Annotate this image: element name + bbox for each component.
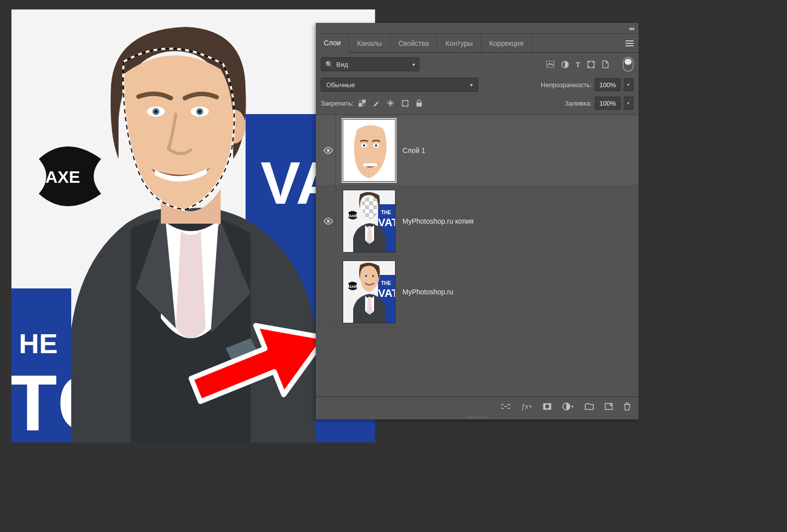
link-icon[interactable] [501, 404, 510, 409]
trash-icon[interactable] [624, 402, 631, 410]
opacity-value[interactable]: 100% [595, 78, 621, 91]
layer-row[interactable]: THEVATAXE MyPhotoshop.ru [316, 257, 639, 327]
chevron-down-icon: ▾ [470, 82, 473, 88]
lock-all-icon[interactable] [416, 100, 422, 107]
svg-rect-19 [359, 100, 362, 103]
visibility-toggle[interactable] [321, 257, 336, 327]
lock-pixels-icon[interactable] [373, 100, 380, 107]
panel-footer: ƒx▾ ▾ [316, 397, 639, 415]
layer-thumbnail[interactable] [343, 119, 395, 182]
tab-paths[interactable]: Контуры [437, 34, 481, 52]
axe-logo: AXE [39, 146, 101, 206]
filter-shape-icon[interactable] [587, 61, 595, 68]
svg-text:VAT: VAT [378, 216, 395, 229]
lock-label: Закрепить: [321, 100, 354, 107]
adjustment-icon[interactable]: ▾ [562, 402, 574, 410]
svg-text:VAT: VAT [378, 287, 395, 299]
layer-row[interactable]: THEVATAXE MyPhotoshop.ru копия [316, 186, 639, 257]
svg-rect-28 [363, 163, 377, 166]
svg-rect-20 [362, 103, 366, 107]
filter-smart-icon[interactable] [602, 60, 609, 68]
svg-text:THE: THE [381, 280, 391, 286]
layer-row[interactable]: Слой 1 [316, 115, 639, 186]
svg-point-16 [588, 66, 590, 67]
tab-adjustments[interactable]: Коррекция [481, 34, 532, 52]
svg-point-15 [593, 61, 594, 63]
panel-collapse-icon[interactable]: ◂◂ [629, 25, 634, 32]
tab-channels[interactable]: Каналы [349, 34, 391, 52]
filter-adjustment-icon[interactable] [561, 61, 569, 68]
tab-layers[interactable]: Слои [316, 34, 349, 53]
lock-transparent-icon[interactable] [359, 100, 366, 107]
svg-text:THE: THE [381, 210, 391, 215]
svg-point-40 [365, 275, 367, 277]
group-icon[interactable] [585, 403, 594, 410]
svg-point-41 [372, 275, 374, 277]
mask-icon[interactable] [543, 403, 551, 410]
filter-pixel-icon[interactable] [546, 61, 554, 68]
poster-text-the: HE [19, 328, 58, 359]
filter-label: Вид [336, 61, 348, 68]
layer-thumbnail[interactable]: THEVATAXE [343, 190, 395, 253]
layer-name[interactable]: MyPhotoshop.ru [402, 288, 453, 296]
svg-rect-21 [402, 101, 408, 106]
layer-name[interactable]: Слой 1 [402, 146, 425, 154]
fx-icon[interactable]: ƒx▾ [521, 402, 532, 410]
filter-type-icon[interactable]: T [576, 60, 580, 69]
svg-rect-22 [416, 103, 422, 107]
svg-point-29 [327, 220, 330, 223]
visibility-toggle[interactable] [321, 186, 336, 256]
svg-point-43 [545, 404, 549, 408]
layer-list: Слой 1 THEVATAXE MyPhotoshop.ru копия TH… [316, 115, 639, 397]
visibility-toggle[interactable] [321, 115, 336, 185]
filter-toggle[interactable] [623, 57, 634, 72]
layer-kind-filter[interactable]: 🔍 Вид ▾ [321, 57, 419, 71]
svg-point-25 [363, 144, 366, 146]
svg-point-10 [198, 110, 201, 113]
fill-stepper[interactable]: ▾ [624, 97, 634, 110]
opacity-label: Непрозрачность: [541, 81, 592, 89]
panel-resize-handle[interactable] [316, 415, 639, 419]
new-layer-icon[interactable] [605, 403, 613, 410]
svg-point-17 [593, 66, 594, 67]
fill-value[interactable]: 100% [595, 97, 621, 110]
layer-thumbnail[interactable]: THEVATAXE [343, 261, 395, 323]
svg-point-27 [375, 144, 378, 146]
panel-menu-icon[interactable] [621, 34, 639, 52]
svg-text:AXE: AXE [45, 167, 80, 186]
svg-text:AXE: AXE [349, 285, 357, 288]
opacity-stepper[interactable]: ▾ [624, 78, 634, 91]
chevron-down-icon: ▾ [412, 62, 415, 67]
svg-text:AXE: AXE [349, 214, 357, 218]
lock-position-icon[interactable] [387, 99, 394, 107]
svg-point-7 [154, 110, 157, 113]
svg-point-23 [327, 149, 330, 152]
blend-mode-dropdown[interactable]: Обычные ▾ [321, 78, 478, 92]
layer-name[interactable]: MyPhotoshop.ru копия [402, 217, 474, 225]
tab-properties[interactable]: Свойства [391, 34, 437, 52]
svg-point-14 [588, 61, 590, 63]
lock-artboard-icon[interactable] [401, 100, 409, 107]
fill-label: Заливка: [565, 100, 592, 107]
panel-tabs: Слои Каналы Свойства Контуры Коррекция [316, 34, 639, 53]
layers-panel: ◂◂ Слои Каналы Свойства Контуры Коррекци… [316, 23, 639, 419]
search-icon: 🔍 [325, 61, 333, 68]
